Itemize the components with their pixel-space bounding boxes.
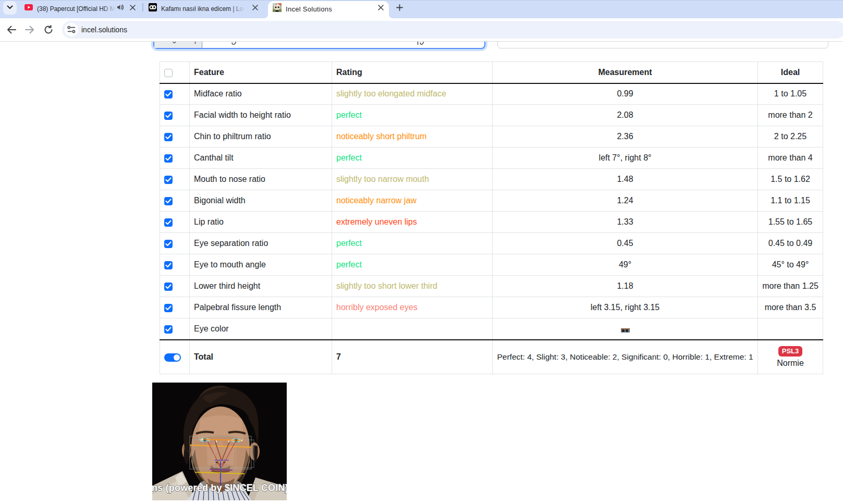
svg-text:ns (powered by $INCEL COIN): ns (powered by $INCEL COIN) bbox=[152, 482, 287, 493]
